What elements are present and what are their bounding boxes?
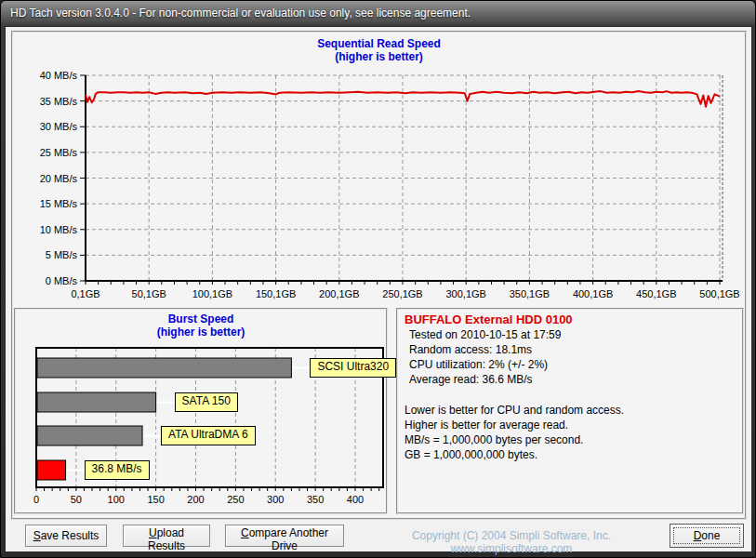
note-line: GB = 1,000,000,000 bytes.	[405, 447, 742, 462]
seq-y-tick-label: 10 MB/s	[40, 224, 78, 235]
title-bar[interactable]: HD Tach version 3.0.4.0 - For non-commer…	[1, 1, 755, 26]
seq-x-tick-label: 350,1GB	[510, 288, 550, 299]
results-panel: Sequential Read Speed (higher is better)…	[11, 31, 747, 520]
burst-bar-36-8-mb-s	[37, 460, 66, 480]
copyright-text: Copyright (C) 2004 Simpli Software, Inc.…	[357, 529, 666, 555]
seq-y-tick-label: 35 MB/s	[40, 96, 78, 107]
cpu-utilization-line: CPU utilization: 2% (+/- 2%)	[409, 357, 742, 372]
random-access-line: Random access: 18.1ms	[409, 342, 742, 357]
burst-speed-panel: Burst Speed (higher is better) 050100150…	[14, 308, 388, 514]
burst-x-tick-label: 150	[147, 494, 164, 505]
seq-chart-subtitle-text: (higher is better)	[13, 50, 745, 63]
seq-y-tick-label: 5 MB/s	[46, 249, 78, 260]
average-read-line: Average read: 36.6 MB/s	[409, 372, 742, 387]
info-notes: Lower is better for CPU and random acces…	[405, 403, 742, 462]
burst-x-tick-label: 0	[33, 494, 39, 505]
seq-x-tick-label: 250,1GB	[382, 288, 422, 299]
seq-x-tick-label: 300,1GB	[445, 288, 485, 299]
burst-chart-title-text: Burst Speed	[16, 312, 386, 326]
drive-details: Tested on 2010-10-15 at 17:59 Random acc…	[409, 327, 742, 387]
client-area: Sequential Read Speed (higher is better)…	[5, 26, 752, 552]
sequential-read-chart: 0 MB/s5 MB/s10 MB/s15 MB/s20 MB/s25 MB/s…	[15, 63, 744, 306]
sequential-read-chart-title: Sequential Read Speed (higher is better)	[13, 37, 745, 63]
burst-x-tick-label: 250	[227, 494, 244, 505]
burst-chart-subtitle-text: (higher is better)	[16, 326, 386, 339]
seq-x-tick-label: 450,1GB	[636, 288, 676, 299]
burst-bar-label-36-8-mb-s: 36.8 MB/s	[85, 460, 150, 480]
seq-y-tick-label: 0 MB/s	[46, 275, 78, 286]
seq-x-tick-label: 100,1GB	[192, 288, 232, 299]
burst-bar-ata-ultradma-6	[37, 426, 142, 445]
compare-another-drive-button[interactable]: Compare Another Drive	[225, 525, 344, 547]
seq-x-tick-label: 0,1GB	[71, 288, 99, 299]
seq-chart-title-text: Sequential Read Speed	[13, 37, 745, 50]
seq-y-tick-label: 20 MB/s	[40, 173, 78, 184]
burst-bar-label-scsi-ultra320: SCSI Ultra320	[310, 358, 396, 378]
burst-chart-title: Burst Speed (higher is better)	[16, 312, 386, 339]
window-title: HD Tach version 3.0.4.0 - For non-commer…	[10, 7, 471, 20]
note-line: MB/s = 1,000,000 bytes per second.	[405, 432, 742, 447]
save-results-button[interactable]: Save Results	[25, 525, 107, 547]
tested-on-line: Tested on 2010-10-15 at 17:59	[409, 327, 742, 342]
app-window: HD Tach version 3.0.4.0 - For non-commer…	[0, 0, 756, 558]
seq-x-tick-label: 150,1GB	[256, 288, 296, 299]
note-line: Higher is better for average read.	[405, 418, 742, 432]
seq-y-tick-label: 40 MB/s	[40, 70, 78, 81]
burst-x-tick-label: 100	[108, 494, 125, 505]
seq-x-tick-label: 400,1GB	[573, 288, 613, 299]
burst-bar-label-sata-150: SATA 150	[175, 392, 238, 412]
burst-x-tick-label: 300	[267, 494, 284, 505]
drive-name: BUFFALO External HDD 0100	[405, 312, 742, 326]
seq-x-tick-label: 500,1GB	[699, 288, 739, 299]
burst-x-tick-label: 400	[347, 494, 364, 505]
seq-y-tick-label: 30 MB/s	[40, 121, 78, 132]
done-button[interactable]: Done	[670, 524, 744, 548]
burst-x-tick-label: 350	[307, 494, 324, 505]
burst-bar-label-ata-ultradma-6: ATA UltraDMA 6	[161, 426, 256, 445]
seq-x-tick-label: 200,1GB	[319, 288, 359, 299]
burst-bar-scsi-ultra320	[37, 358, 291, 378]
upload-results-button[interactable]: Upload Results	[123, 525, 210, 547]
drive-info-panel: BUFFALO External HDD 0100 Tested on 2010…	[396, 308, 744, 514]
seq-y-tick-label: 25 MB/s	[40, 147, 78, 158]
seq-y-tick-label: 15 MB/s	[40, 198, 78, 209]
seq-x-tick-label: 50,1GB	[132, 288, 166, 299]
note-line: Lower is better for CPU and random acces…	[405, 403, 742, 418]
burst-x-tick-label: 200	[187, 494, 204, 505]
burst-x-tick-label: 50	[71, 494, 82, 505]
burst-bar-sata-150	[37, 392, 156, 412]
